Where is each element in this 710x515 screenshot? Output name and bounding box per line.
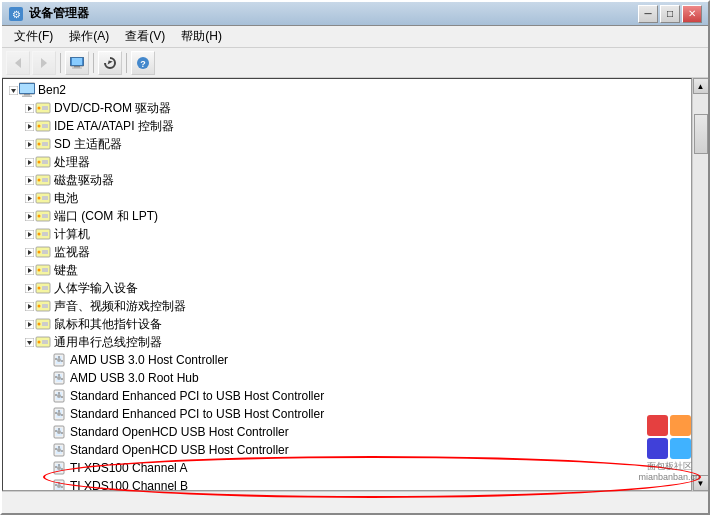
device-manager-window: ⚙ 设备管理器 ─ □ ✕ 文件(F) 操作(A) 查看(V) 帮助(H) — [0, 0, 710, 515]
expander-ide[interactable] — [23, 120, 35, 132]
tree-item-sound[interactable]: 声音、视频和游戏控制器 — [3, 297, 691, 315]
svg-marker-3 — [41, 58, 47, 68]
expander-ben2[interactable] — [7, 84, 19, 96]
scroll-up-button[interactable]: ▲ — [693, 78, 709, 94]
tree-item-cpu[interactable]: 处理器 — [3, 153, 691, 171]
svg-point-75 — [38, 305, 41, 308]
label-disk: 磁盘驱动器 — [54, 172, 114, 189]
svg-point-45 — [38, 197, 41, 200]
toolbar: ? — [2, 48, 708, 78]
svg-point-30 — [38, 143, 41, 146]
tree-item-computer2[interactable]: 计算机 — [3, 225, 691, 243]
tree-item-usb-root[interactable]: 通用串行总线控制器 — [3, 333, 691, 351]
tree-item-dvdrom[interactable]: DVD/CD-ROM 驱动器 — [3, 99, 691, 117]
svg-rect-21 — [42, 106, 48, 110]
icon-sound — [35, 298, 51, 314]
expander-hid[interactable] — [23, 282, 35, 294]
svg-point-85 — [38, 341, 41, 344]
icon-hid — [35, 280, 51, 296]
forward-button[interactable] — [32, 51, 56, 75]
watermark: 面包板社区mianbanban.cn — [638, 415, 700, 483]
tree-item-amd-hub[interactable]: AMD USB 3.0 Root Hub — [3, 369, 691, 387]
maximize-button[interactable]: □ — [660, 5, 680, 23]
expander-port[interactable] — [23, 210, 35, 222]
title-bar-left: ⚙ 设备管理器 — [8, 5, 89, 22]
expander-usb-root[interactable] — [23, 336, 35, 348]
menu-view[interactable]: 查看(V) — [117, 26, 173, 47]
svg-text:⚙: ⚙ — [12, 9, 21, 20]
svg-marker-2 — [15, 58, 21, 68]
tree-item-hid[interactable]: 人体学输入设备 — [3, 279, 691, 297]
svg-rect-5 — [72, 58, 82, 65]
tree-item-std-open2[interactable]: Standard OpenHCD USB Host Controller — [3, 441, 691, 459]
expander-computer2[interactable] — [23, 228, 35, 240]
svg-point-70 — [38, 287, 41, 290]
svg-point-107 — [57, 412, 61, 416]
tree-item-amd-host[interactable]: AMD USB 3.0 Host Controller — [3, 351, 691, 369]
expander-disk[interactable] — [23, 174, 35, 186]
tree-item-ben2[interactable]: Ben2 — [3, 81, 691, 99]
help-button[interactable]: ? — [131, 51, 155, 75]
label-mouse: 鼠标和其他指针设备 — [54, 316, 162, 333]
expander-dvdrom[interactable] — [23, 102, 35, 114]
icon-monitor — [35, 244, 51, 260]
menu-file[interactable]: 文件(F) — [6, 26, 61, 47]
tree-panel[interactable]: Ben2 DVD/CD-ROM 驱动器 IDE ATA/ATAPI 控制器 SD… — [2, 78, 692, 491]
label-cpu: 处理器 — [54, 154, 90, 171]
tree-item-std-pci2[interactable]: Standard Enhanced PCI to USB Host Contro… — [3, 405, 691, 423]
svg-point-95 — [57, 376, 61, 380]
status-bar — [2, 491, 708, 513]
menu-action[interactable]: 操作(A) — [61, 26, 117, 47]
svg-rect-66 — [42, 268, 48, 272]
svg-point-50 — [38, 215, 41, 218]
svg-rect-16 — [22, 96, 32, 98]
label-ti-b: TI XDS100 Channel B — [70, 479, 188, 491]
expander-keyboard[interactable] — [23, 264, 35, 276]
separator-2 — [93, 53, 94, 73]
scroll-thumb[interactable] — [694, 114, 708, 154]
refresh-button[interactable] — [98, 51, 122, 75]
svg-point-113 — [57, 430, 61, 434]
expander-sd[interactable] — [23, 138, 35, 150]
icon-cpu — [35, 154, 51, 170]
svg-point-80 — [38, 323, 41, 326]
tree-item-std-pci1[interactable]: Standard Enhanced PCI to USB Host Contro… — [3, 387, 691, 405]
minimize-button[interactable]: ─ — [638, 5, 658, 23]
tree-item-disk[interactable]: 磁盘驱动器 — [3, 171, 691, 189]
menu-help[interactable]: 帮助(H) — [173, 26, 230, 47]
svg-point-35 — [38, 161, 41, 164]
expander-sound[interactable] — [23, 300, 35, 312]
icon-dvdrom — [35, 100, 51, 116]
tree-item-port[interactable]: 端口 (COM 和 LPT) — [3, 207, 691, 225]
tree-item-keyboard[interactable]: 键盘 — [3, 261, 691, 279]
tree-item-ti-b[interactable]: TI XDS100 Channel B — [3, 477, 691, 491]
expander-monitor[interactable] — [23, 246, 35, 258]
expander-battery[interactable] — [23, 192, 35, 204]
tree-item-sd[interactable]: SD 主适配器 — [3, 135, 691, 153]
tree-item-std-open1[interactable]: Standard OpenHCD USB Host Controller — [3, 423, 691, 441]
tree-item-battery[interactable]: 电池 — [3, 189, 691, 207]
main-area: Ben2 DVD/CD-ROM 驱动器 IDE ATA/ATAPI 控制器 SD… — [2, 78, 708, 491]
icon-sd — [35, 136, 51, 152]
menu-bar: 文件(F) 操作(A) 查看(V) 帮助(H) — [2, 26, 708, 48]
tree-item-ti-a[interactable]: TI XDS100 Channel A — [3, 459, 691, 477]
close-button[interactable]: ✕ — [682, 5, 702, 23]
svg-rect-46 — [42, 196, 48, 200]
svg-point-55 — [38, 233, 41, 236]
back-button[interactable] — [6, 51, 30, 75]
svg-rect-14 — [20, 84, 34, 93]
svg-rect-86 — [42, 340, 48, 344]
tree-item-monitor[interactable]: 监视器 — [3, 243, 691, 261]
expander-mouse[interactable] — [23, 318, 35, 330]
expander-cpu[interactable] — [23, 156, 35, 168]
icon-keyboard — [35, 262, 51, 278]
icon-disk — [35, 172, 51, 188]
label-port: 端口 (COM 和 LPT) — [54, 208, 158, 225]
tree-item-mouse[interactable]: 鼠标和其他指针设备 — [3, 315, 691, 333]
label-std-open2: Standard OpenHCD USB Host Controller — [70, 443, 289, 457]
tree-item-ide[interactable]: IDE ATA/ATAPI 控制器 — [3, 117, 691, 135]
svg-rect-36 — [42, 160, 48, 164]
icon-computer2 — [35, 226, 51, 242]
computer-button[interactable] — [65, 51, 89, 75]
svg-point-60 — [38, 251, 41, 254]
